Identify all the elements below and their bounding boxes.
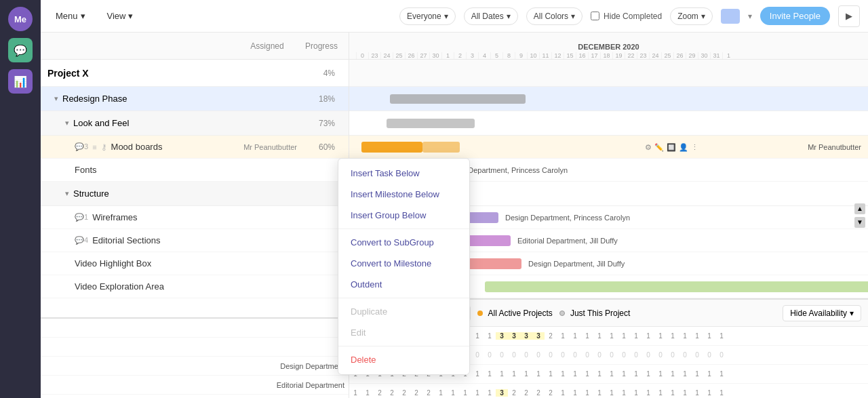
bottom-num-cell: 1 [569,389,581,397]
task-row-editorial[interactable]: 💬4 Editorial Sections [41,229,349,252]
hide-availability-button[interactable]: Hide Availability ▾ [783,305,861,321]
all-colors-filter[interactable]: All Colors ▾ [526,7,583,25]
bottom-num-cell: 1 [557,370,569,378]
gantt-day-cell: 23 [637,52,649,59]
bottom-num-cell: 1 [471,370,484,378]
task-row-video-highlight[interactable]: Video Highlight Box [41,252,349,275]
bottom-num-cell: 0 [508,351,520,359]
menu-item-edit: Edit [338,322,469,343]
bottom-num-cell: 0 [642,351,654,359]
project-row[interactable]: Project X 4% [41,60,349,87]
view-button[interactable]: View ▾ [100,7,140,24]
bottom-num-cell: 2 [545,332,557,340]
gantt-day-cell: 12 [551,52,564,59]
bottom-num-cell: 0 [715,351,728,359]
menu-separator [338,228,469,229]
group-row-structure[interactable]: ▾ Structure [41,182,349,206]
bottom-num-cell: 1 [484,332,496,340]
all-dates-filter[interactable]: All Dates ▾ [464,7,518,25]
bottom-num-cell: 0 [654,351,667,359]
topbar: Menu ▾ View ▾ Everyone ▾ All Dates ▾ All… [41,0,868,33]
bottom-num-cell: 0 [484,351,496,359]
expand-icon[interactable]: ▶ [838,5,860,27]
bottom-number-row: 1122222111113222211111111111111 [349,384,868,398]
menu-item-delete[interactable]: Delete [338,349,469,370]
gantt-day-cell: 5 [490,52,502,59]
invite-people-button[interactable]: Invite People [760,7,830,25]
bottom-num-cell: 0 [593,351,606,359]
task-row-video-explore[interactable]: Video Exploration Area [41,275,349,298]
bottom-num-cell: 2 [520,389,532,397]
bottom-num-cell: 1 [557,389,569,397]
scroll-up-button[interactable]: ▲ [854,203,865,214]
bottom-num-cell: 1 [618,332,630,340]
gantt-day-cell: 8 [502,52,515,59]
menu-item-outdent[interactable]: Outdent [338,274,469,295]
bottom-num-cell: 0 [532,351,545,359]
chart-sidebar-icon[interactable]: 📊 [8,69,33,94]
bottom-num-cell: 1 [703,332,715,340]
gantt-day-cell: 25 [661,52,673,59]
gantt-day-cell: 10 [527,52,539,59]
bottom-num-cell: 0 [618,351,630,359]
scroll-down-button[interactable]: ▼ [854,217,865,228]
gantt-moodboards-row: ⚙✏️🔲👤⋮ Mr Peanutbutter [349,136,868,159]
gantt-day-cell: 3 [466,52,478,59]
task-row-mood-boards[interactable]: 💬3 ≡ ⚷ Mood boards Mr Peanutbutter 60% [41,136,349,159]
bottom-num-cell: 1 [654,370,667,378]
bottom-num-cell: 1 [484,370,496,378]
bottom-num-cell: 3 [520,332,532,340]
menu-item-insert-group[interactable]: Insert Group Below [338,205,469,226]
bottom-num-cell: 1 [715,370,728,378]
menu-item-insert-task[interactable]: Insert Task Below [338,163,469,184]
zoom-filter[interactable]: Zoom ▾ [670,7,713,25]
color-swatch[interactable] [721,9,740,24]
all-active-dot [477,311,483,316]
main-area: Menu ▾ View ▾ Everyone ▾ All Dates ▾ All… [41,0,868,398]
menu-item-convert-subgroup[interactable]: Convert to SubGroup [338,232,469,253]
bottom-num-cell: 1 [691,389,703,397]
menu-item-insert-milestone[interactable]: Insert Milestone Below [338,184,469,205]
bottom-num-cell: 1 [447,389,459,397]
bottom-num-cell: 2 [410,389,422,397]
menu-button[interactable]: Menu ▾ [49,7,92,24]
bottom-num-cell: 1 [654,389,667,397]
hide-completed-checkbox[interactable] [591,12,599,20]
group-row-redesign[interactable]: ▾ Redesign Phase 18% [41,87,349,111]
bottom-num-cell: 1 [484,389,496,397]
bottom-num-cell: 2 [545,389,557,397]
bottom-num-cell: 1 [630,389,642,397]
bottom-num-cell: 3 [508,332,520,340]
bottom-num-cell: 1 [593,389,606,397]
chat-sidebar-icon[interactable]: 💬 [8,38,33,62]
avatar[interactable]: Me [8,7,33,31]
task-row-wireframes[interactable]: 💬1 Wireframes [41,206,349,229]
group-row-look-and-feel[interactable]: ▾ Look and Feel 73% [41,111,349,136]
bottom-num-cell: 1 [703,370,715,378]
bottom-num-cell: 1 [667,370,679,378]
bottom-num-cell: 2 [374,389,386,397]
menu-separator [338,346,469,346]
menu-item-convert-milestone[interactable]: Convert to Milestone [338,253,469,274]
menu-separator [338,298,469,298]
bottom-num-cell: 1 [593,370,606,378]
scroll-controls: ▲ ▼ [854,203,865,228]
gantt-day-cell: 2 [454,52,466,59]
task-row-fonts[interactable]: Fonts [41,159,349,182]
gantt-day-cell: 17 [588,52,600,59]
bottom-num-cell: 1 [618,389,630,397]
everyone-filter[interactable]: Everyone ▾ [399,7,456,25]
bottom-num-cell: 0 [545,351,557,359]
bottom-num-cell: 1 [715,389,728,397]
bottom-num-cell: 2 [398,389,410,397]
bottom-num-cell: 1 [667,389,679,397]
bottom-num-cell: 0 [667,351,679,359]
bottom-num-cell: 2 [532,389,545,397]
bottom-num-cell: 1 [715,332,728,340]
all-active-legend[interactable]: All Active Projects [477,309,553,318]
gantt-header: DECEMBER 2020 02324252627301234589101112… [349,33,868,60]
bottom-num-cell: 1 [520,370,532,378]
just-this-legend[interactable]: Just This Project [559,309,630,318]
hide-completed-toggle[interactable]: Hide Completed [591,12,662,21]
bottom-num-cell: 1 [496,370,508,378]
